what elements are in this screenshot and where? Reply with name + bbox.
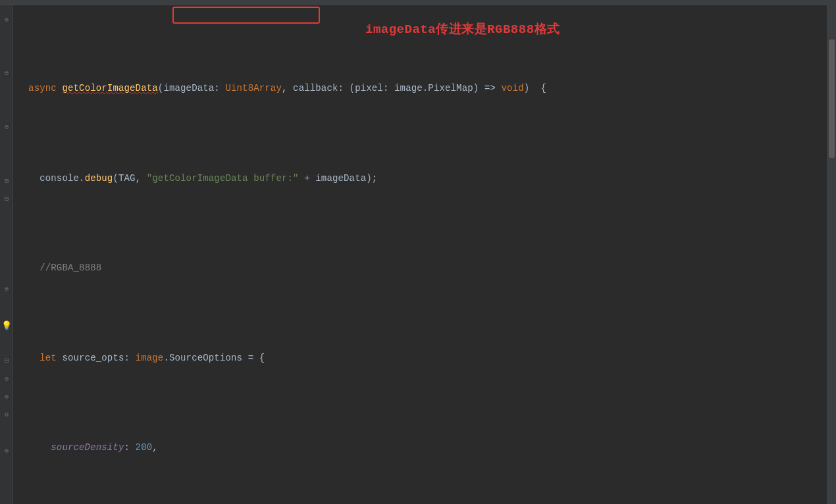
method: debug: [85, 173, 113, 184]
annotation-box: [172, 7, 320, 24]
fold-icon[interactable]: ⊟: [5, 196, 9, 203]
identifier: imageData: [315, 173, 366, 184]
property: sourceDensity: [51, 442, 124, 453]
fold-icon[interactable]: ⊖: [5, 17, 9, 24]
vertical-scrollbar[interactable]: [827, 0, 836, 504]
fold-icon[interactable]: ⊖: [5, 448, 9, 455]
identifier: console: [39, 173, 79, 184]
code-line: async getColorImageData(imageData: Uint8…: [17, 80, 836, 97]
editor-gutter[interactable]: ⊖ ⊖ ⊖ ⊟ ⊟ ⊖ 💡 ⊟ ⊖ ⊖ ⊖ ⊖: [0, 5, 13, 504]
fold-icon[interactable]: ⊖: [5, 286, 9, 293]
fold-icon[interactable]: ⊖: [5, 394, 9, 401]
lightbulb-icon[interactable]: 💡: [1, 320, 12, 331]
param: pixel: [355, 83, 383, 93]
code-editor[interactable]: ⊖ ⊖ ⊖ ⊟ ⊟ ⊖ 💡 ⊟ ⊖ ⊖ ⊖ ⊖ async getColorIm…: [0, 5, 836, 504]
comment: //RGBA_8888: [39, 263, 101, 273]
number: 200: [136, 442, 153, 453]
function-name: getColorImageData: [62, 83, 157, 93]
code-area[interactable]: async getColorImageData(imageData: Uint8…: [13, 5, 836, 504]
namespace: image: [136, 353, 164, 363]
annotation-text: imageData传进来是RGB888格式: [365, 21, 560, 39]
identifier: TAG: [118, 173, 136, 184]
keyword: void: [502, 83, 524, 93]
code-line: sourceDensity: 200,: [17, 439, 836, 457]
keyword: async: [28, 83, 57, 93]
code-line: let source_opts: image.SourceOptions = {: [17, 349, 836, 367]
fold-icon[interactable]: ⊖: [5, 376, 9, 383]
type: PixelMap: [428, 83, 473, 93]
code-line: console.debug(TAG, "getColorImageData bu…: [17, 170, 836, 188]
fold-icon[interactable]: ⊟: [5, 178, 9, 185]
keyword: let: [39, 353, 57, 363]
type: Uint8Array: [225, 83, 282, 93]
fold-icon[interactable]: ⊖: [5, 412, 9, 418]
string: "getColorImageData buffer:": [147, 173, 299, 184]
type: SourceOptions: [169, 353, 242, 363]
namespace: image: [394, 83, 423, 93]
code-line: //RGBA_8888: [17, 259, 836, 277]
scrollbar-thumb[interactable]: [829, 39, 835, 158]
fold-icon[interactable]: ⊖: [5, 124, 9, 131]
fold-icon[interactable]: ⊟: [5, 358, 9, 365]
fold-icon[interactable]: ⊖: [5, 70, 9, 77]
param: imageData: [163, 83, 214, 93]
identifier: source_opts: [62, 353, 124, 363]
editor-tab-bar[interactable]: [0, 0, 836, 5]
param: callback: [293, 83, 338, 93]
